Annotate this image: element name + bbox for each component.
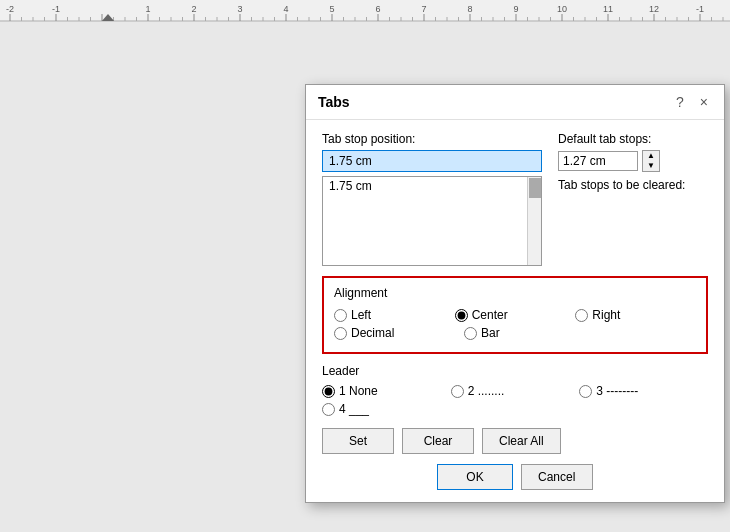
dialog-body: Tab stop position: 1.75 cm Default tab s… [306,120,724,502]
alignment-right-label: Right [592,308,620,322]
alignment-center-label: Center [472,308,508,322]
leader-underline-radio[interactable] [322,403,335,416]
ok-button[interactable]: OK [437,464,512,490]
alignment-section: Alignment Left Center Right [322,276,708,354]
tab-stop-position-label: Tab stop position: [322,132,542,146]
tab-stop-list[interactable]: 1.75 cm [322,176,542,266]
leader-row-2: 4 ___ [322,402,708,416]
help-button[interactable]: ? [672,93,688,111]
default-tab-input[interactable] [558,151,638,171]
alignment-left-label: Left [351,308,371,322]
spinner-buttons: ▲ ▼ [642,150,660,172]
alignment-center-radio[interactable] [455,309,468,322]
clear-button[interactable]: Clear [402,428,474,454]
default-tab-stops-label: Default tab stops: [558,132,708,146]
alignment-decimal-label: Decimal [351,326,394,340]
clear-all-button[interactable]: Clear All [482,428,561,454]
dialog-titlebar: Tabs ? × [306,85,724,120]
alignment-decimal-radio[interactable] [334,327,347,340]
leader-legend: Leader [322,364,708,378]
alignment-bar[interactable]: Bar [464,326,594,340]
leader-underline-label: 4 ___ [339,402,369,416]
alignment-left[interactable]: Left [334,308,455,322]
tab-stops-to-be-cleared-label: Tab stops to be cleared: [558,178,708,192]
alignment-bar-label: Bar [481,326,500,340]
leader-dots-label: 2 ........ [468,384,505,398]
alignment-bar-radio[interactable] [464,327,477,340]
leader-dashes[interactable]: 3 -------- [579,384,708,398]
alignment-row-1: Left Center Right [334,308,696,322]
alignment-right[interactable]: Right [575,308,696,322]
leader-dots[interactable]: 2 ........ [451,384,580,398]
tabs-dialog: Tabs ? × Tab stop position: 1.75 cm [305,84,725,503]
spinner-up-button[interactable]: ▲ [643,151,659,161]
leader-dashes-radio[interactable] [579,385,592,398]
leader-section: Leader 1 None 2 ........ 3 -------- [322,364,708,416]
right-column: Default tab stops: ▲ ▼ Tab stops to be c… [558,132,708,266]
document-area: Tabs ? × Tab stop position: 1.75 cm [0,22,730,532]
tab-stop-list-item: 1.75 cm [323,177,541,195]
alignment-center[interactable]: Center [455,308,576,322]
alignment-row-2: Decimal Bar [334,326,696,340]
alignment-left-radio[interactable] [334,309,347,322]
spinner-down-button[interactable]: ▼ [643,161,659,171]
ruler [0,0,730,22]
leader-underline[interactable]: 4 ___ [322,402,482,416]
leader-none[interactable]: 1 None [322,384,451,398]
cancel-button[interactable]: Cancel [521,464,593,490]
leader-dots-radio[interactable] [451,385,464,398]
set-button[interactable]: Set [322,428,394,454]
leader-none-label: 1 None [339,384,378,398]
leader-none-radio[interactable] [322,385,335,398]
tab-stop-position-input[interactable] [322,150,542,172]
ok-cancel-row: OK Cancel [322,464,708,490]
alignment-legend: Alignment [334,286,696,300]
leader-dashes-label: 3 -------- [596,384,638,398]
left-column: Tab stop position: 1.75 cm [322,132,542,266]
close-button[interactable]: × [696,93,712,111]
dialog-columns: Tab stop position: 1.75 cm Default tab s… [322,132,708,266]
default-tab-row: ▲ ▼ [558,150,708,172]
dialog-title: Tabs [318,94,350,110]
tab-stop-scrollbar[interactable] [527,177,541,265]
alignment-right-radio[interactable] [575,309,588,322]
action-buttons-row: Set Clear Clear All [322,428,708,454]
alignment-decimal[interactable]: Decimal [334,326,464,340]
leader-row-1: 1 None 2 ........ 3 -------- [322,384,708,398]
dialog-controls: ? × [672,93,712,111]
